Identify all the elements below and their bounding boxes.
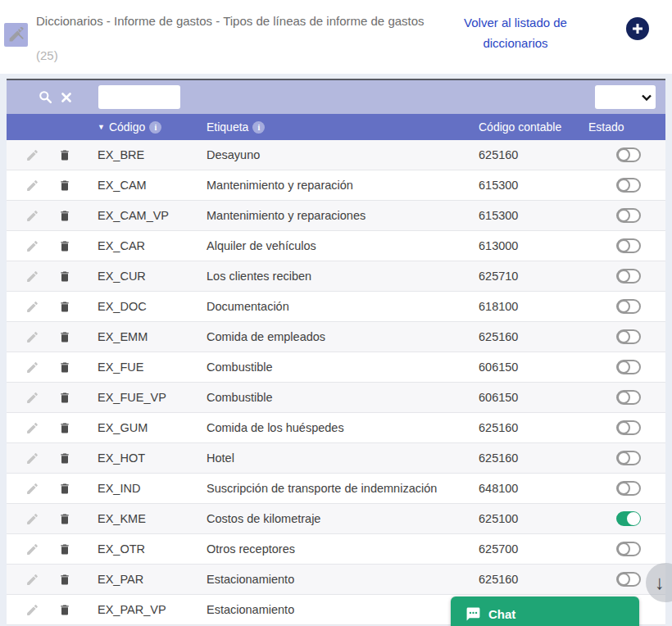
column-header-code[interactable]: ▼ Código i (98, 114, 161, 140)
close-icon (61, 93, 71, 102)
status-toggle[interactable] (616, 572, 641, 587)
delete-row-button[interactable] (54, 140, 75, 170)
trash-icon (58, 573, 71, 587)
status-toggle[interactable] (616, 511, 641, 526)
search-button[interactable] (34, 80, 56, 114)
edit-row-button[interactable] (21, 231, 43, 261)
pencil-icon (25, 361, 39, 374)
edit-row-button[interactable] (21, 474, 43, 503)
toggle-knob (617, 573, 630, 586)
column-header-accounting[interactable]: Código contable (479, 114, 561, 140)
edit-row-button[interactable] (21, 170, 43, 200)
pencil-icon (25, 179, 39, 193)
row-accounting-code: 625160 (479, 565, 518, 594)
back-to-dictionaries-link[interactable]: Volver al listado de diccionarios (443, 12, 588, 53)
table-row: EX_EMM Comida de empleados 625160 (7, 322, 665, 352)
table-row: EX_CAR Alquiler de vehículos 613000 (7, 231, 665, 261)
status-toggle[interactable] (616, 390, 641, 405)
info-icon[interactable]: i (252, 121, 265, 134)
chat-button[interactable]: Chat (451, 597, 639, 626)
delete-row-button[interactable] (54, 565, 75, 594)
status-toggle[interactable] (616, 451, 641, 465)
pencil-icon (25, 391, 39, 405)
delete-row-button[interactable] (54, 261, 75, 291)
status-toggle[interactable] (616, 360, 641, 374)
status-toggle[interactable] (616, 147, 641, 162)
table-row: EX_HOT Hotel 625160 (7, 443, 665, 474)
column-header-label[interactable]: Etiqueta i (207, 114, 265, 140)
status-toggle[interactable] (616, 542, 641, 556)
status-toggle[interactable] (616, 238, 641, 253)
delete-row-button[interactable] (54, 231, 75, 261)
table-row: EX_BRE Desayuno 625160 (7, 140, 665, 170)
delete-row-button[interactable] (54, 170, 75, 200)
delete-row-button[interactable] (54, 352, 75, 382)
delete-row-button[interactable] (54, 534, 75, 564)
delete-row-button[interactable] (54, 322, 75, 352)
status-toggle[interactable] (616, 299, 641, 314)
toggle-knob (617, 239, 630, 252)
item-count: (25) (36, 48, 58, 62)
search-input[interactable] (98, 85, 180, 109)
row-accounting-code: 625160 (479, 140, 518, 170)
status-toggle[interactable] (616, 208, 641, 223)
delete-row-button[interactable] (54, 504, 75, 533)
delete-row-button[interactable] (54, 292, 75, 321)
trash-icon (58, 300, 71, 314)
edit-row-button[interactable] (21, 383, 43, 412)
page-header: Diccionarios - Informe de gastos - Tipos… (0, 0, 672, 74)
row-accounting-code: 613000 (479, 231, 518, 261)
edit-row-button[interactable] (21, 261, 43, 291)
edit-row-button[interactable] (21, 443, 43, 473)
delete-row-button[interactable] (54, 474, 75, 503)
edit-row-button[interactable] (21, 352, 43, 382)
status-toggle[interactable] (616, 481, 641, 496)
row-label: Estacionamiento (207, 595, 294, 624)
status-filter-select[interactable] (595, 85, 656, 109)
table-row: EX_DOC Documentación 618100 (7, 292, 665, 322)
status-toggle[interactable] (616, 269, 641, 284)
row-label: Suscripción de transporte de indemnizaci… (207, 474, 437, 503)
delete-row-button[interactable] (54, 201, 75, 230)
delete-row-button[interactable] (54, 383, 75, 412)
edit-row-button[interactable] (21, 595, 43, 624)
status-toggle[interactable] (616, 178, 641, 193)
row-accounting-code: 625710 (479, 261, 518, 291)
edit-row-button[interactable] (21, 413, 43, 442)
row-accounting-code: 618100 (479, 292, 518, 321)
pencil-icon (25, 512, 39, 526)
column-header-label-text: Etiqueta (207, 120, 248, 134)
trash-icon (58, 451, 71, 465)
trash-icon (58, 603, 71, 617)
edit-row-button[interactable] (21, 140, 43, 170)
row-accounting-code: 606150 (479, 352, 518, 382)
edit-row-button[interactable] (21, 565, 43, 594)
edit-row-button[interactable] (21, 292, 43, 321)
edit-row-button[interactable] (21, 504, 43, 533)
sort-desc-icon: ▼ (98, 124, 105, 131)
edit-row-button[interactable] (21, 534, 43, 564)
row-code: EX_FUE (98, 352, 143, 382)
edit-row-button[interactable] (21, 322, 43, 352)
status-toggle[interactable] (616, 420, 641, 435)
edit-row-button[interactable] (21, 201, 43, 230)
trash-icon (58, 148, 71, 162)
delete-row-button[interactable] (54, 443, 75, 473)
trash-icon (58, 239, 71, 253)
dictionary-table: ▼ Código i Etiqueta i Código contable Es… (7, 79, 665, 625)
row-label: Costos de kilometraje (207, 504, 320, 533)
clear-search-button[interactable] (56, 80, 77, 114)
status-toggle[interactable] (616, 329, 641, 344)
info-icon[interactable]: i (149, 121, 161, 134)
column-header-status[interactable]: Estado (588, 114, 624, 140)
page-title: Diccionarios - Informe de gastos - Tipos… (36, 4, 428, 73)
add-entry-button[interactable] (626, 17, 649, 40)
column-header-code-label: Código (109, 120, 145, 134)
row-accounting-code: 625160 (479, 443, 518, 473)
app-logo-icon (4, 23, 28, 47)
delete-row-button[interactable] (54, 595, 75, 624)
plus-icon (632, 23, 643, 34)
search-icon (39, 90, 52, 104)
row-code: EX_DOC (98, 292, 147, 321)
delete-row-button[interactable] (54, 413, 75, 442)
